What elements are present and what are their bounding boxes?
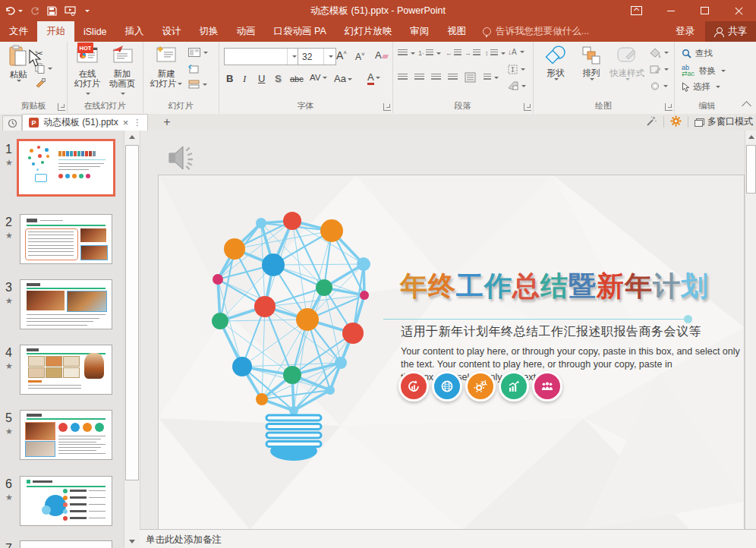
align-left-button[interactable] xyxy=(398,74,408,81)
increase-indent-button[interactable]: → xyxy=(465,49,480,57)
collapse-ribbon-chevron[interactable] xyxy=(742,101,751,111)
tell-me-box[interactable]: 告诉我您想要做什么... xyxy=(475,21,597,42)
select-button[interactable]: 选择 xyxy=(682,81,720,93)
new-animation-page-button[interactable]: 新加动画页 xyxy=(106,45,138,99)
shape-outline-button[interactable] xyxy=(650,65,669,74)
undo-dropdown-caret[interactable] xyxy=(18,10,23,12)
align-text-button[interactable] xyxy=(508,65,525,74)
slide-thumbnail-4[interactable] xyxy=(20,345,112,395)
drawing-dialog-launcher[interactable] xyxy=(665,103,673,111)
ribbon-tab-2[interactable]: iSlide xyxy=(74,21,116,42)
slide-icon-badges[interactable] xyxy=(398,371,562,402)
change-case-button[interactable]: Aa xyxy=(334,73,352,84)
bullets-button[interactable] xyxy=(398,49,415,57)
decrease-indent-button[interactable]: ← xyxy=(446,49,461,57)
ribbon-display-options-button[interactable] xyxy=(619,0,654,21)
slide-title[interactable]: 年终工作总结暨新年计划 xyxy=(400,268,709,305)
text-direction-button[interactable]: ↓A xyxy=(508,48,524,56)
quick-styles-button[interactable]: 快速样式 xyxy=(609,45,645,80)
align-center-button[interactable] xyxy=(414,74,424,81)
editor-scrollbar[interactable] xyxy=(745,131,756,548)
ribbon-tab-6[interactable]: 动画 xyxy=(228,21,265,42)
cycle-chart-badge[interactable] xyxy=(398,371,429,402)
undo-button[interactable] xyxy=(5,6,23,15)
columns-button[interactable] xyxy=(484,74,499,81)
settings-button[interactable] xyxy=(670,115,682,129)
save-button[interactable] xyxy=(47,6,57,16)
scrollbar-thumb[interactable] xyxy=(746,145,756,194)
close-button[interactable] xyxy=(722,0,756,21)
grow-font-button[interactable]: A˄ xyxy=(336,49,347,61)
justify-button[interactable] xyxy=(448,74,458,81)
gears-badge[interactable] xyxy=(465,371,496,402)
scroll-up-button[interactable] xyxy=(125,131,139,143)
notes-placeholder[interactable]: 单击此处添加备注 xyxy=(146,534,222,546)
start-slideshow-button[interactable] xyxy=(65,6,76,16)
layout-button[interactable] xyxy=(188,48,208,57)
lightbulb-network-graphic[interactable] xyxy=(206,194,381,471)
font-size-combo[interactable]: 32 xyxy=(298,48,336,65)
section-button[interactable] xyxy=(188,80,207,89)
people-badge[interactable] xyxy=(532,371,562,402)
sign-in-button[interactable]: 登录 xyxy=(665,21,705,42)
convert-smartart-button[interactable] xyxy=(508,81,526,90)
scroll-down-button[interactable] xyxy=(125,535,139,548)
clipboard-dialog-launcher[interactable] xyxy=(58,103,65,111)
font-name-combo[interactable] xyxy=(224,48,300,65)
align-right-button[interactable] xyxy=(431,74,441,81)
character-spacing-button[interactable]: AV xyxy=(310,73,327,82)
slide-thumbnail-1[interactable] xyxy=(17,139,115,197)
shrink-font-button[interactable]: A˅ xyxy=(355,51,365,62)
slide-thumbnail-3[interactable] xyxy=(20,279,112,329)
distribute-button[interactable] xyxy=(465,72,476,83)
ribbon-tab-3[interactable]: 插入 xyxy=(116,21,153,42)
italic-button[interactable]: I xyxy=(243,73,246,85)
new-document-tab-button[interactable]: + xyxy=(158,115,176,130)
growth-chart-badge[interactable] xyxy=(499,371,529,402)
line-spacing-button[interactable]: ↕ xyxy=(485,49,506,57)
document-tab-menu-icon[interactable]: ⋮ xyxy=(133,118,141,128)
numbering-button[interactable]: 1· xyxy=(418,49,441,57)
reset-slide-button[interactable] xyxy=(188,65,200,74)
clear-formatting-button[interactable]: A xyxy=(375,49,388,61)
bold-button[interactable]: B xyxy=(226,73,233,84)
arrange-button[interactable]: 排列 xyxy=(575,45,607,80)
scrollbar-thumb[interactable] xyxy=(125,145,139,480)
text-shadow-button[interactable]: S xyxy=(275,73,282,84)
strikethrough-button[interactable]: abc xyxy=(290,74,304,83)
slide-thumbnail-2[interactable] xyxy=(20,214,112,264)
ribbon-tab-7[interactable]: 口袋动画 PA xyxy=(265,21,335,42)
find-button[interactable]: 查找 xyxy=(682,48,713,59)
slide-thumbnail-5[interactable] xyxy=(20,410,112,460)
new-slide-button[interactable]: 新建幻灯片 xyxy=(149,45,184,89)
slide-thumbnail-6[interactable] xyxy=(20,476,112,526)
ribbon-tab-10[interactable]: 视图 xyxy=(438,21,475,42)
customize-qat-button[interactable] xyxy=(83,10,90,12)
paste-button[interactable]: 粘贴 xyxy=(5,45,32,82)
thumbnail-panel-scrollbar[interactable] xyxy=(124,131,140,548)
ribbon-tab-1[interactable]: 开始 xyxy=(37,21,74,42)
slide-thumbnail-7[interactable] xyxy=(20,540,112,548)
minimize-button[interactable] xyxy=(654,0,688,21)
cut-button[interactable]: ✂ xyxy=(35,48,43,59)
underline-button[interactable]: U xyxy=(258,73,265,84)
slide-subtitle[interactable]: 适用于新年计划年终总结工作汇报述职报告商务会议等 xyxy=(401,324,701,340)
ribbon-tab-file[interactable]: 文件 xyxy=(0,21,37,42)
magic-wand-button[interactable] xyxy=(645,115,657,129)
font-color-button[interactable]: A xyxy=(367,71,380,83)
redo-button[interactable] xyxy=(30,6,39,15)
multi-window-mode-button[interactable]: 多窗口模式 xyxy=(695,115,753,128)
maximize-button[interactable] xyxy=(688,0,722,21)
document-tab-close-icon[interactable]: × xyxy=(123,118,129,128)
document-tab-active[interactable]: P 动态模板 (51).pptx × ⋮ xyxy=(22,114,148,131)
notes-pane[interactable]: 单击此处添加备注 xyxy=(140,529,756,548)
paragraph-dialog-launcher[interactable] xyxy=(524,103,531,111)
ribbon-tab-8[interactable]: 幻灯片放映 xyxy=(335,21,402,42)
share-button[interactable]: 共享 xyxy=(705,21,756,42)
shape-fill-button[interactable] xyxy=(650,48,669,58)
shape-effects-button[interactable] xyxy=(650,81,668,91)
replace-button[interactable]: ab⇄ac 替换 xyxy=(682,65,726,77)
ribbon-tab-9[interactable]: 审阅 xyxy=(401,21,438,42)
ribbon-tab-5[interactable]: 切换 xyxy=(191,21,228,42)
slide-canvas[interactable]: 年终工作总结暨新年计划 适用于新年计划年终总结工作汇报述职报告商务会议等 You… xyxy=(158,175,745,531)
